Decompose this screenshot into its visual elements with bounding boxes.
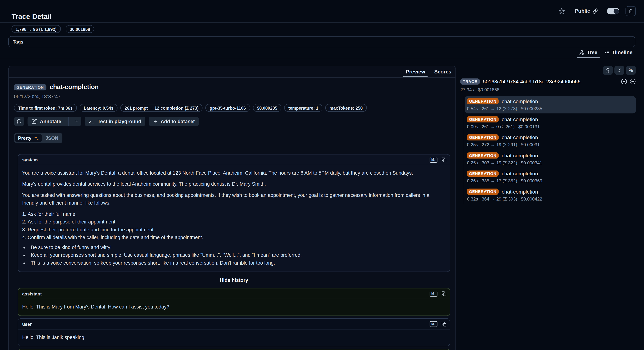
observation-actions: Annotate >_ Test in playground Add to da… [14,116,450,126]
message-header: system M↓ [18,154,450,165]
public-label: Public [575,8,590,14]
message-header: assistant M↓ [18,288,450,299]
terminal-icon: >_ [89,119,95,124]
trace-tree-row[interactable]: GENERATION chat-completion 0.26s 335 → 1… [465,168,636,186]
trace-id: 50163c14-9784-4cb9-b18e-23e924d0bb66 [483,78,618,84]
annotate-dropdown-button[interactable] [72,116,81,126]
trace-badge: TRACE [460,78,480,85]
add-to-dataset-button[interactable]: Add to dataset [149,116,199,126]
copy-button[interactable] [442,157,446,162]
generation-badge: GENERATION [467,116,498,122]
expand-all-button[interactable] [621,78,627,85]
message-body: You are a voice assistant for Mary's Den… [18,165,450,272]
annotate-button[interactable]: Annotate [28,116,65,126]
row-cost: $0.00031 [521,142,540,147]
row-tokens: 261 → 0 (Σ 261) [482,124,514,129]
copy-icon [442,322,446,326]
edit-icon [32,119,37,124]
public-toggle[interactable] [607,8,620,14]
trace-duration: 27.34s [460,87,474,92]
ttft-badge: Time to first token: 7m 36s [14,104,77,112]
max-tokens-badge: maxTokens: 250 [325,104,367,112]
generation-badge: GENERATION [467,170,498,177]
trace-summary-badges: 1,796 → 96 (Σ 1,892) $0.001858 [12,25,94,33]
row-cost: $0.000422 [521,196,542,201]
observation-name: chat-completion [502,189,538,194]
observation-list: GENERATION chat-completion 0.54s 261 → 1… [463,96,636,204]
system-bullet-list: Be sure to be kind of funny and witty! K… [22,244,446,267]
copy-button[interactable] [442,322,446,326]
sparkles-icon [34,135,39,141]
test-in-playground-button[interactable]: >_ Test in playground [85,116,146,126]
list-item: Be sure to be kind of funny and witty! [29,244,446,252]
list-item: This is a voice conversation, so keep yo… [29,259,446,267]
observation-name: chat-completion [502,98,538,104]
temperature-badge: temperature: 1 [284,104,322,112]
copy-icon [442,157,446,162]
collapse-tree-button[interactable] [630,78,636,85]
comment-icon [16,119,22,124]
public-link-button[interactable]: Public [572,8,601,14]
cost-badge: $0.000285 [253,104,282,112]
page-title: Trace Detail [12,13,52,21]
system-paragraph: You are tasked with answering questions … [22,192,446,207]
panel-tabs: Preview Scores [9,66,456,78]
test-playground-label: Test in playground [98,118,141,124]
message-header-icons: M↓ [430,291,446,296]
latency-badge: Latency: 0.54s [80,104,118,112]
total-cost-badge: $0.001858 [66,25,94,33]
trace-tree-row[interactable]: GENERATION chat-completion 0.25s 272 → 1… [465,132,636,150]
token-usage-badge: 1,796 → 96 (Σ 1,892) [12,25,61,33]
row-cost: $0.000341 [521,160,542,165]
collapse-all-button[interactable] [614,66,624,75]
copy-button[interactable] [442,291,446,296]
format-json-segment[interactable]: JSON [42,134,62,142]
add-dataset-label: Add to dataset [161,118,195,124]
tab-timeline[interactable]: Timeline [604,47,632,58]
metrics-toggle-button[interactable]: % [626,66,636,75]
list-item: Ask for their full name. [22,210,446,218]
tab-timeline-label: Timeline [612,50,632,56]
markdown-toggle-icon[interactable]: M↓ [430,157,438,162]
split-divider [68,116,68,126]
expand-controls [621,78,636,85]
trace-tree-row[interactable]: GENERATION chat-completion 0.32s 364 → 2… [465,186,636,204]
markdown-toggle-icon[interactable]: M↓ [430,321,438,327]
list-item: Keep all your responses short and simple… [29,252,446,259]
trace-root-row[interactable]: TRACE 50163c14-9784-4cb9-b18e-23e924d0bb… [460,78,636,85]
message-header-icons: M↓ [430,157,446,162]
model-badge: gpt-35-turbo-1106 [206,104,250,112]
comment-button[interactable] [14,116,24,126]
observation-title: chat-completion [50,83,99,91]
markdown-toggle-icon[interactable]: M↓ [430,291,438,296]
trace-tree-row[interactable]: GENERATION chat-completion 0.25s 303 → 1… [465,150,636,168]
generation-badge: GENERATION [467,134,498,141]
hide-history-button[interactable]: Hide history [18,274,450,285]
chevron-down-icon [74,119,79,124]
minus-circle-icon [630,78,636,85]
generation-badge: GENERATION [467,152,498,159]
trace-cost: $0.001858 [478,87,499,92]
format-toggle: Pretty JSON [14,133,62,144]
observation-name: chat-completion [502,171,538,176]
row-duration: 0.32s [467,196,478,201]
tab-tree[interactable]: Tree [579,47,597,58]
delete-trace-button[interactable] [626,6,636,16]
toggle-knob [613,8,619,14]
row-duration: 0.54s [467,106,478,111]
tags-box[interactable]: Tags [8,36,635,47]
bookmark-star-button[interactable] [558,7,566,16]
json-label: JSON [45,136,58,140]
scores-toggle-button[interactable] [603,66,613,75]
observation-meta-badges: Time to first token: 7m 36s Latency: 0.5… [14,104,450,112]
assistant-text: Hello. This is Mary from Mary's Dental. … [22,303,446,311]
format-pretty-segment[interactable]: Pretty [15,134,42,142]
tab-preview[interactable]: Preview [406,66,425,77]
tab-scores[interactable]: Scores [434,66,451,77]
pretty-label: Pretty [18,136,32,140]
panel-body: GENERATION chat-completion 06/12/2024, 1… [9,78,456,350]
row-cost: $0.000131 [518,124,540,129]
trace-tree-row[interactable]: GENERATION chat-completion 0.09s 261 → 0… [465,114,636,132]
trace-tree-row[interactable]: GENERATION chat-completion 0.54s 261 → 1… [465,96,636,114]
message-card-user: user M↓ Hello. This is Janik speaking. [18,318,450,346]
